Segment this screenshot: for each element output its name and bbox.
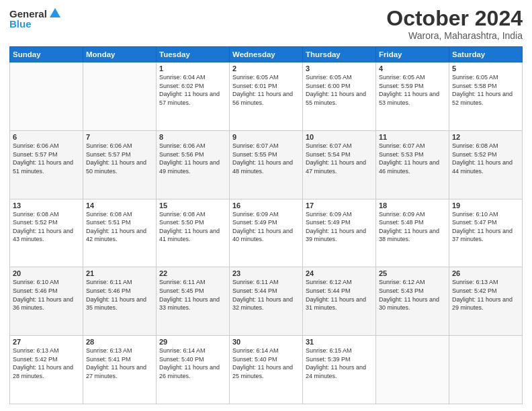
day-info: Sunrise: 6:06 AM Sunset: 5:57 PM Dayligh…	[13, 142, 80, 175]
day-cell-15: 15Sunrise: 6:08 AM Sunset: 5:50 PM Dayli…	[157, 199, 230, 267]
day-number: 24	[306, 269, 373, 277]
day-number: 10	[306, 133, 373, 141]
week-row-2: 6Sunrise: 6:06 AM Sunset: 5:57 PM Daylig…	[10, 130, 523, 199]
day-info: Sunrise: 6:06 AM Sunset: 5:57 PM Dayligh…	[86, 142, 153, 175]
day-cell-10: 10Sunrise: 6:07 AM Sunset: 5:54 PM Dayli…	[303, 130, 376, 199]
day-info: Sunrise: 6:13 AM Sunset: 5:41 PM Dayligh…	[86, 347, 153, 380]
day-number: 17	[306, 201, 373, 210]
day-cell-7: 7Sunrise: 6:06 AM Sunset: 5:57 PM Daylig…	[83, 130, 157, 199]
day-cell-11: 11Sunrise: 6:07 AM Sunset: 5:53 PM Dayli…	[376, 130, 449, 199]
day-number: 14	[86, 201, 153, 210]
day-number: 1	[159, 64, 226, 73]
day-cell-2: 2Sunrise: 6:05 AM Sunset: 6:01 PM Daylig…	[230, 62, 303, 131]
day-number: 12	[452, 133, 519, 141]
day-info: Sunrise: 6:05 AM Sunset: 6:00 PM Dayligh…	[306, 73, 373, 107]
day-info: Sunrise: 6:10 AM Sunset: 5:47 PM Dayligh…	[452, 210, 519, 244]
week-row-4: 20Sunrise: 6:10 AM Sunset: 5:46 PM Dayli…	[10, 267, 523, 336]
month-title: October 2024	[386, 7, 523, 30]
day-info: Sunrise: 6:11 AM Sunset: 5:46 PM Dayligh…	[86, 278, 153, 312]
day-number: 26	[452, 269, 519, 277]
day-number: 6	[13, 133, 80, 141]
day-info: Sunrise: 6:11 AM Sunset: 5:45 PM Dayligh…	[159, 278, 226, 312]
day-number: 2	[232, 64, 300, 73]
day-info: Sunrise: 6:05 AM Sunset: 5:59 PM Dayligh…	[379, 73, 446, 107]
weekday-header-sunday: Sunday	[10, 47, 83, 62]
svg-marker-0	[50, 8, 60, 17]
weekday-header-thursday: Thursday	[303, 47, 376, 62]
week-row-1: 1Sunrise: 6:04 AM Sunset: 6:02 PM Daylig…	[10, 62, 523, 131]
day-cell-26: 26Sunrise: 6:13 AM Sunset: 5:42 PM Dayli…	[449, 267, 523, 336]
logo: General Blue	[9, 7, 62, 30]
day-cell-28: 28Sunrise: 6:13 AM Sunset: 5:41 PM Dayli…	[83, 336, 157, 404]
logo-icon	[48, 7, 62, 20]
logo-blue: Blue	[9, 18, 32, 30]
day-number: 3	[306, 64, 373, 73]
day-number: 25	[379, 269, 446, 277]
weekday-header-monday: Monday	[83, 47, 157, 62]
day-info: Sunrise: 6:10 AM Sunset: 5:46 PM Dayligh…	[13, 278, 80, 312]
day-info: Sunrise: 6:14 AM Sunset: 5:40 PM Dayligh…	[232, 347, 300, 380]
day-number: 11	[379, 133, 446, 141]
day-cell-9: 9Sunrise: 6:07 AM Sunset: 5:55 PM Daylig…	[230, 130, 303, 199]
day-number: 5	[452, 64, 519, 73]
day-cell-1: 1Sunrise: 6:04 AM Sunset: 6:02 PM Daylig…	[157, 62, 230, 131]
day-cell-27: 27Sunrise: 6:13 AM Sunset: 5:42 PM Dayli…	[10, 336, 83, 404]
day-info: Sunrise: 6:09 AM Sunset: 5:49 PM Dayligh…	[306, 210, 373, 244]
day-cell-30: 30Sunrise: 6:14 AM Sunset: 5:40 PM Dayli…	[230, 336, 303, 404]
empty-cell	[10, 62, 83, 131]
weekday-header-saturday: Saturday	[449, 47, 523, 62]
day-cell-22: 22Sunrise: 6:11 AM Sunset: 5:45 PM Dayli…	[157, 267, 230, 336]
day-info: Sunrise: 6:07 AM Sunset: 5:55 PM Dayligh…	[232, 142, 300, 175]
day-info: Sunrise: 6:06 AM Sunset: 5:56 PM Dayligh…	[159, 142, 226, 175]
page: General Blue October 2024 Warora, Mahara…	[0, 0, 532, 411]
weekday-header-wednesday: Wednesday	[230, 47, 303, 62]
weekday-header-tuesday: Tuesday	[157, 47, 230, 62]
day-number: 4	[379, 64, 446, 73]
day-info: Sunrise: 6:04 AM Sunset: 6:02 PM Dayligh…	[159, 73, 226, 107]
day-number: 28	[86, 338, 153, 346]
day-number: 29	[159, 338, 226, 346]
day-number: 20	[13, 269, 80, 277]
day-cell-29: 29Sunrise: 6:14 AM Sunset: 5:40 PM Dayli…	[157, 336, 230, 404]
day-cell-14: 14Sunrise: 6:08 AM Sunset: 5:51 PM Dayli…	[83, 199, 157, 267]
day-info: Sunrise: 6:12 AM Sunset: 5:43 PM Dayligh…	[379, 278, 446, 312]
day-info: Sunrise: 6:05 AM Sunset: 5:58 PM Dayligh…	[452, 73, 519, 107]
day-number: 16	[232, 201, 300, 210]
day-cell-17: 17Sunrise: 6:09 AM Sunset: 5:49 PM Dayli…	[303, 199, 376, 267]
day-number: 27	[13, 338, 80, 346]
day-cell-25: 25Sunrise: 6:12 AM Sunset: 5:43 PM Dayli…	[376, 267, 449, 336]
day-info: Sunrise: 6:09 AM Sunset: 5:48 PM Dayligh…	[379, 210, 446, 244]
day-info: Sunrise: 6:05 AM Sunset: 6:01 PM Dayligh…	[232, 73, 300, 107]
day-info: Sunrise: 6:15 AM Sunset: 5:39 PM Dayligh…	[306, 347, 373, 380]
day-cell-19: 19Sunrise: 6:10 AM Sunset: 5:47 PM Dayli…	[449, 199, 523, 267]
day-cell-12: 12Sunrise: 6:08 AM Sunset: 5:52 PM Dayli…	[449, 130, 523, 199]
day-cell-18: 18Sunrise: 6:09 AM Sunset: 5:48 PM Dayli…	[376, 199, 449, 267]
day-info: Sunrise: 6:08 AM Sunset: 5:51 PM Dayligh…	[86, 210, 153, 244]
day-info: Sunrise: 6:11 AM Sunset: 5:44 PM Dayligh…	[232, 278, 300, 312]
weekday-header-friday: Friday	[376, 47, 449, 62]
day-cell-16: 16Sunrise: 6:09 AM Sunset: 5:49 PM Dayli…	[230, 199, 303, 267]
day-number: 22	[159, 269, 226, 277]
day-info: Sunrise: 6:08 AM Sunset: 5:50 PM Dayligh…	[159, 210, 226, 244]
title-block: October 2024 Warora, Maharashtra, India	[386, 7, 523, 41]
week-row-5: 27Sunrise: 6:13 AM Sunset: 5:42 PM Dayli…	[10, 336, 523, 404]
day-cell-5: 5Sunrise: 6:05 AM Sunset: 5:58 PM Daylig…	[449, 62, 523, 131]
day-number: 8	[159, 133, 226, 141]
day-number: 19	[452, 201, 519, 210]
location: Warora, Maharashtra, India	[386, 30, 523, 41]
weekday-header-row: SundayMondayTuesdayWednesdayThursdayFrid…	[10, 47, 523, 62]
calendar-table: SundayMondayTuesdayWednesdayThursdayFrid…	[9, 46, 523, 404]
day-number: 30	[232, 338, 300, 346]
day-number: 9	[232, 133, 300, 141]
day-info: Sunrise: 6:08 AM Sunset: 5:52 PM Dayligh…	[13, 210, 80, 244]
empty-cell	[449, 336, 523, 404]
day-cell-23: 23Sunrise: 6:11 AM Sunset: 5:44 PM Dayli…	[230, 267, 303, 336]
day-cell-8: 8Sunrise: 6:06 AM Sunset: 5:56 PM Daylig…	[157, 130, 230, 199]
day-cell-24: 24Sunrise: 6:12 AM Sunset: 5:44 PM Dayli…	[303, 267, 376, 336]
day-cell-13: 13Sunrise: 6:08 AM Sunset: 5:52 PM Dayli…	[10, 199, 83, 267]
day-cell-21: 21Sunrise: 6:11 AM Sunset: 5:46 PM Dayli…	[83, 267, 157, 336]
day-info: Sunrise: 6:08 AM Sunset: 5:52 PM Dayligh…	[452, 142, 519, 175]
day-number: 7	[86, 133, 153, 141]
day-info: Sunrise: 6:07 AM Sunset: 5:53 PM Dayligh…	[379, 142, 446, 175]
empty-cell	[83, 62, 157, 131]
